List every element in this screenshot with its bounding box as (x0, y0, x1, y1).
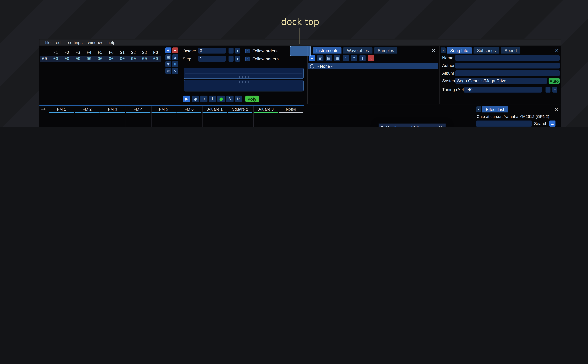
pattern-editor[interactable]: ++ FM 1 FM 2 FM 3 FM 4 FM 5 (40, 105, 304, 127)
order-cell[interactable]: 00 (128, 56, 139, 62)
auto-system-button[interactable]: Auto (548, 78, 560, 84)
close-icon[interactable]: × (555, 47, 559, 53)
effect-search-input[interactable] (476, 121, 532, 127)
move-order-up-button[interactable]: ▲ (172, 54, 178, 60)
order-cell[interactable]: 00 (106, 56, 117, 62)
move-instrument-up-button[interactable]: ↑ (351, 55, 357, 61)
collapse-icon[interactable]: ▼ (381, 125, 383, 127)
order-cell[interactable]: 00 (61, 56, 72, 62)
menu-item[interactable]: file (42, 40, 53, 45)
system-field[interactable]: Sega Genesis/Mega Drive (455, 78, 547, 84)
order-edit-mode-button[interactable]: ↖ (172, 68, 178, 74)
octave-increase-button[interactable]: + (235, 48, 240, 53)
order-channel-header[interactable]: F2 (61, 50, 72, 55)
move-instrument-down-button[interactable]: ↓ (359, 55, 366, 61)
oscilloscope-window[interactable]: ▼ Oscilloscope (X-Y) × (378, 123, 446, 127)
order-cell[interactable]: 00 (117, 56, 128, 62)
record-button[interactable]: ● (218, 96, 225, 102)
metronome-button[interactable]: Δ (226, 96, 233, 102)
song-info-tab[interactable]: Speed (501, 47, 520, 54)
tuning-increase-button[interactable]: + (552, 87, 557, 93)
collapse-icon[interactable]: ▼ (476, 106, 481, 112)
step-input[interactable]: 1 (198, 56, 226, 62)
step-decrease-button[interactable]: - (229, 56, 233, 62)
step-increase-button[interactable]: + (235, 56, 240, 62)
song-info-tab[interactable]: Song Info (447, 47, 472, 54)
play-from-cursor-button[interactable]: ⇥ (200, 96, 208, 102)
channel-header[interactable]: FM 2 (74, 106, 100, 113)
menu-item[interactable]: settings (65, 40, 85, 45)
order-cell[interactable]: 00 (94, 56, 106, 62)
tuning-decrease-button[interactable]: - (546, 87, 550, 93)
author-field[interactable] (455, 63, 560, 69)
album-field[interactable] (455, 70, 560, 76)
play-pattern-button[interactable]: ◉ (192, 96, 199, 102)
collapse-icon[interactable]: ▼ (441, 47, 446, 53)
add-order-button[interactable]: + (165, 47, 171, 53)
effect-list-menu-button[interactable]: ≡ (549, 121, 555, 127)
follow-pattern-checkbox[interactable]: ✓ Follow pattern (245, 56, 279, 62)
close-icon[interactable]: × (431, 47, 436, 53)
menu-item[interactable]: window (85, 40, 105, 45)
organize-instruments-button[interactable]: ∴ (343, 55, 349, 61)
dock-top-overlay-button[interactable] (290, 46, 311, 56)
octave-decrease-button[interactable]: - (229, 48, 233, 53)
play-button[interactable]: ▶ (183, 96, 190, 102)
tuning-field[interactable]: 440 (464, 87, 542, 93)
channel-header[interactable]: Square 1 (202, 106, 227, 113)
menu-item[interactable]: edit (53, 40, 65, 45)
order-channel-header[interactable]: F1 (50, 50, 61, 55)
order-cell[interactable]: 00 (150, 56, 161, 62)
order-cell[interactable]: 00 (72, 56, 83, 62)
instruments-tab[interactable]: Wavetables (344, 47, 372, 54)
song-info-tab[interactable]: Subsongs (474, 47, 499, 54)
instrument-list-item[interactable]: - None - (308, 63, 438, 69)
octave-input[interactable]: 3 (198, 48, 226, 53)
open-instrument-button[interactable]: ▤ (326, 55, 332, 61)
order-channel-header[interactable]: S3 (139, 50, 150, 55)
name-field[interactable] (455, 55, 560, 61)
order-row[interactable]: 00 00000000000000000000 (40, 56, 161, 62)
repeat-pattern-button[interactable]: ↻ (235, 96, 242, 102)
order-change-mode-button[interactable]: ⇄ (165, 68, 171, 74)
save-instrument-button[interactable]: ▦ (334, 55, 340, 61)
step-row-button[interactable]: ↓ (209, 96, 216, 102)
order-channel-header[interactable]: F5 (94, 50, 106, 55)
order-cell[interactable]: 00 (50, 56, 61, 62)
order-channel-header[interactable]: S1 (117, 50, 128, 55)
channel-header[interactable]: FM 4 (125, 106, 151, 113)
delete-instrument-button[interactable]: × (368, 55, 374, 61)
close-icon[interactable]: × (438, 124, 443, 127)
instruments-tab[interactable]: Samples (374, 47, 397, 54)
channel-header[interactable]: FM 5 (151, 106, 176, 113)
piano-upper[interactable] (184, 68, 304, 79)
channel-header[interactable]: Square 2 (227, 106, 253, 113)
pattern-options-button[interactable]: ++ (40, 106, 49, 113)
order-channel-header[interactable]: F3 (72, 50, 83, 55)
channel-header[interactable]: FM 6 (176, 106, 202, 113)
duplicate-order-button[interactable]: ▣ (165, 54, 171, 60)
order-cell[interactable]: 00 (139, 56, 150, 62)
channel-header[interactable]: FM 3 (100, 106, 125, 113)
order-channel-header[interactable]: S2 (128, 50, 139, 55)
menu-item[interactable]: help (105, 40, 118, 45)
instruments-tab[interactable]: Instruments (313, 47, 342, 54)
order-cell[interactable]: 00 (84, 56, 94, 62)
piano-lower[interactable] (184, 80, 304, 91)
order-channel-header[interactable]: F4 (84, 50, 94, 55)
oscilloscope-titlebar[interactable]: ▼ Oscilloscope (X-Y) (379, 124, 446, 127)
move-order-down-button[interactable]: ▼ (165, 61, 171, 67)
order-channel-header[interactable]: F6 (106, 50, 117, 55)
poly-button[interactable]: Poly (245, 96, 258, 102)
piano-panel[interactable] (184, 68, 304, 93)
close-icon[interactable]: × (554, 106, 558, 112)
tab-effect-list[interactable]: Effect List (482, 106, 508, 112)
follow-orders-checkbox[interactable]: ✓ Follow orders (245, 48, 278, 53)
order-channel-header[interactable]: N0 (150, 50, 161, 55)
duplicate-order-end-button[interactable]: ⇊ (172, 61, 178, 67)
remove-order-button[interactable]: − (172, 47, 178, 53)
channel-header[interactable]: FM 1 (49, 106, 74, 113)
channel-header[interactable]: Noise (278, 106, 304, 113)
channel-header[interactable]: Square 3 (253, 106, 278, 113)
duplicate-instrument-button[interactable]: ▣ (317, 55, 324, 61)
